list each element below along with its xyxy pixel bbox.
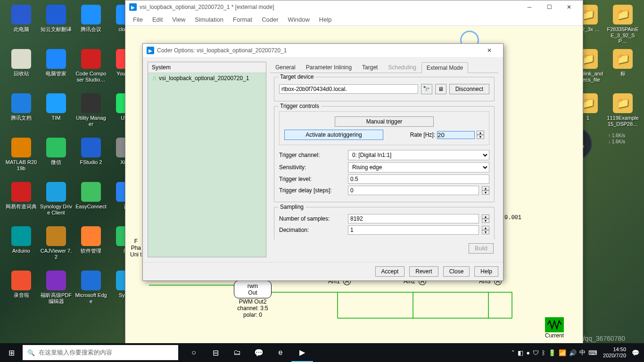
task-edge-icon[interactable]: e — [270, 343, 291, 362]
value-label: 0.001 — [504, 214, 521, 221]
desktop-icon[interactable]: Microsoft Edge — [74, 271, 107, 313]
system-tree[interactable]: System ⎍ vsi_loopback_optional_20200720_… — [148, 62, 266, 257]
menu-coder[interactable]: Coder — [257, 15, 283, 24]
tab-scheduling[interactable]: Scheduling — [383, 62, 421, 73]
desktop-icon[interactable]: FStudio 2 — [74, 138, 107, 180]
tray-battery-icon[interactable]: 🔋 — [548, 349, 556, 356]
tray-chevron-icon[interactable]: ˄ — [512, 349, 515, 356]
menu-file[interactable]: File — [128, 15, 148, 24]
tab-general[interactable]: General — [270, 62, 301, 73]
tray-volume-icon[interactable]: 🔊 — [569, 349, 577, 356]
menu-edit[interactable]: Edit — [148, 15, 167, 24]
minimize-button[interactable]: ─ — [520, 1, 539, 13]
decimation-input[interactable] — [348, 225, 479, 235]
binoculars-icon[interactable]: 🔭 — [421, 84, 432, 94]
menu-simulation[interactable]: Simulation — [190, 15, 228, 24]
build-button[interactable]: Build — [469, 243, 494, 254]
decimation-spinner[interactable]: ▲▼ — [482, 226, 489, 234]
menu-help[interactable]: Help — [314, 15, 337, 24]
rate-input[interactable] — [437, 131, 475, 139]
desktop-icon[interactable]: 📁标 — [606, 49, 639, 91]
phase-block[interactable]: F Pha Uni t — [130, 238, 142, 258]
desktop-icon[interactable]: Arduino — [5, 226, 38, 269]
target-device-input[interactable] — [279, 84, 418, 94]
close-dialog-button[interactable]: Close — [443, 266, 470, 277]
taskbar-clock[interactable]: 14:50 2020/7/20 — [600, 346, 629, 358]
desktop-icon[interactable]: 📁1119Example15_DSP28… — [606, 93, 639, 136]
search-icon: 🔍 — [27, 349, 35, 356]
desktop-icon[interactable]: MATLAB R2019b — [5, 138, 38, 180]
desktop-icon[interactable]: CAJViewer 7.2 — [40, 226, 73, 269]
desktop-icon[interactable]: 知云文献翻译 — [40, 5, 73, 47]
start-button[interactable]: ⊞ — [0, 343, 23, 362]
desktop-icon[interactable]: 软件管理 — [74, 226, 107, 269]
main-menubar[interactable]: FileEditViewSimulationFormatCoderWindowH… — [125, 14, 583, 26]
dialog-close-button[interactable]: ✕ — [479, 44, 499, 57]
desktop-icon[interactable]: 福昕高级PDF编辑器 — [40, 271, 73, 313]
taskbar-search[interactable]: 🔍 在这里输入你要搜索的内容 — [23, 345, 178, 360]
sensitivity-select[interactable]: Rising edge — [348, 162, 489, 173]
tray-bluetooth-icon[interactable]: ᛒ — [542, 349, 545, 356]
desktop-icon[interactable]: 腾讯会议 — [74, 5, 107, 47]
trigger-level-input[interactable] — [348, 174, 489, 184]
desktop-icon[interactable]: 微信 — [40, 138, 73, 180]
delay-spinner[interactable]: ▲▼ — [482, 186, 489, 195]
activate-autotrigger-button[interactable]: Activate autotriggering — [284, 130, 383, 140]
desktop-icon[interactable]: Synology Drive Client — [40, 182, 73, 224]
tab-external-mode[interactable]: External Mode — [421, 62, 468, 73]
close-button[interactable]: ✕ — [559, 1, 579, 13]
taskbar[interactable]: ⊞ 🔍 在这里输入你要搜索的内容 ○ ⊟ 🗂 💬 e ▶ ˄ ◧ ● 🛡 ᛒ 🔋… — [0, 343, 644, 362]
accept-button[interactable]: Accept — [375, 266, 405, 277]
desktop-icon[interactable]: 网易有道词典 — [5, 182, 38, 224]
disconnect-button[interactable]: Disconnect — [449, 84, 489, 94]
task-plecs-icon[interactable]: ▶ — [291, 343, 313, 362]
desktop-icon[interactable]: TIM — [40, 93, 73, 136]
task-view-icon[interactable]: ⊟ — [205, 343, 226, 362]
dialog-titlebar[interactable]: ▶ Coder Options: vsi_loopback_optional_2… — [143, 44, 503, 57]
sensitivity-label: Sensitivity: — [279, 164, 345, 171]
trigger-delay-input[interactable] — [348, 186, 479, 195]
manual-trigger-button[interactable]: Manual trigger — [335, 116, 434, 127]
desktop-icon[interactable]: 回收站 — [5, 49, 38, 91]
system-tray[interactable]: ˄ ◧ ● 🛡 ᛒ 🔋 📶 🔊 中 ⌨ 14:50 2020/7/20 💬 — [512, 346, 644, 358]
tray-network-icon[interactable]: 📶 — [559, 349, 566, 356]
desktop-icon[interactable]: Utility Manager — [74, 93, 107, 136]
revert-button[interactable]: Revert — [409, 266, 438, 277]
tray-keyboard-icon[interactable]: ⌨ — [588, 349, 597, 356]
menu-view[interactable]: View — [167, 15, 190, 24]
menu-window[interactable]: Window — [283, 15, 314, 24]
search-placeholder: 在这里输入你要搜索的内容 — [39, 348, 112, 357]
menu-format[interactable]: Format — [228, 15, 257, 24]
maximize-button[interactable]: ☐ — [539, 1, 559, 13]
monitor-icon[interactable]: 🖥 — [435, 84, 446, 94]
desktop-icon[interactable]: 腾讯文档 — [5, 93, 38, 136]
task-explorer-icon[interactable]: 🗂 — [226, 343, 248, 362]
coder-options-dialog[interactable]: ▶ Coder Options: vsi_loopback_optional_2… — [142, 43, 504, 281]
desktop-icon[interactable]: Code Composer Studio… — [74, 49, 107, 91]
model-icon: ⎍ — [153, 75, 156, 82]
tray-app2-icon[interactable]: ● — [526, 349, 530, 356]
samples-spinner[interactable]: ▲▼ — [482, 214, 489, 223]
desktop-icon[interactable]: 📁F28335PAinEE_3_92_SP… — [606, 5, 639, 47]
rate-spinner[interactable]: ▲▼ — [477, 131, 484, 139]
desktop-icon[interactable]: 此电脑 — [5, 5, 38, 47]
task-wechat-icon[interactable]: 💬 — [248, 343, 270, 362]
app-icon: ▶ — [129, 3, 137, 11]
trigger-channel-label: Trigger channel: — [279, 152, 345, 158]
tray-ime-icon[interactable]: 中 — [579, 348, 586, 357]
main-titlebar[interactable]: ▶ vsi_loopback_optional_20200720_1 * [ex… — [125, 0, 583, 14]
help-button[interactable]: Help — [474, 266, 498, 277]
tab-target[interactable]: Target — [357, 62, 383, 73]
num-samples-input[interactable] — [348, 214, 479, 223]
tab-parameter-inlining[interactable]: Parameter Inlining — [301, 62, 357, 73]
desktop-icon[interactable]: 电脑管家 — [40, 49, 73, 91]
options-tabs[interactable]: GeneralParameter InliningTargetSchedulin… — [270, 62, 498, 73]
tree-item-model[interactable]: ⎍ vsi_loopback_optional_20200720_1 — [148, 73, 266, 83]
tray-notifications-icon[interactable]: 💬 — [632, 349, 639, 356]
desktop-icon[interactable]: 录音啦 — [5, 271, 38, 313]
tray-app1-icon[interactable]: ◧ — [518, 349, 523, 356]
tray-shield-icon[interactable]: 🛡 — [533, 349, 539, 356]
task-cortana-icon[interactable]: ○ — [183, 343, 205, 362]
desktop-icon[interactable]: EasyConnect — [74, 182, 107, 224]
trigger-channel-select[interactable]: 0: [Digital In1:1] — [348, 150, 489, 160]
